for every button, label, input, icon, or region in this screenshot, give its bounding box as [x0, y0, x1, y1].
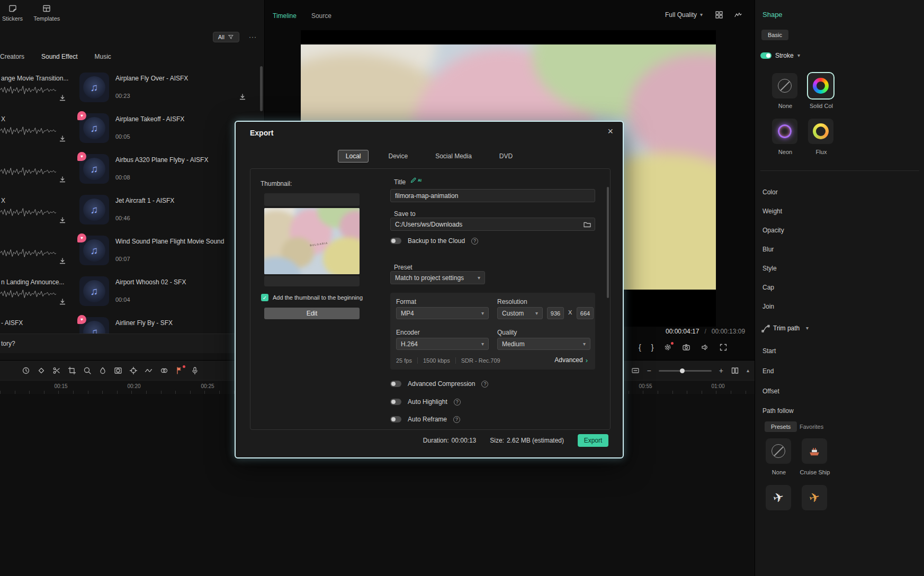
color-droplet-icon[interactable]	[98, 366, 107, 375]
pointer-select-icon[interactable]	[6, 366, 15, 375]
stabilize-icon[interactable]	[145, 366, 153, 375]
ai-pencil-icon[interactable]: AI	[410, 177, 421, 184]
mark-out-icon[interactable]: }	[651, 344, 654, 351]
zoom-slider-handle[interactable]	[680, 368, 685, 373]
sound-item[interactable]: ♥ ♫ Airbus A320 Plane Flyby - AISFX 00:0…	[79, 154, 261, 186]
help-icon[interactable]: ?	[471, 238, 478, 245]
chevron-down-icon[interactable]: ▾	[797, 53, 800, 58]
help-icon[interactable]: ?	[481, 381, 488, 388]
chevron-down-icon[interactable]: ▾	[806, 326, 809, 331]
sound-item[interactable]: ♫ Jet Aircraft 1 - AISFX 00:46	[79, 195, 261, 227]
keyframe-icon[interactable]	[37, 366, 46, 375]
zoom-in-icon[interactable]: +	[719, 367, 723, 374]
quality-select[interactable]: Medium ▾	[497, 338, 590, 350]
backup-cloud-toggle[interactable]	[390, 238, 401, 244]
voiceover-mic-icon[interactable]	[191, 366, 199, 375]
marker-flag-icon[interactable]	[175, 366, 184, 375]
sound-item[interactable]: ♫ Airplane Fly Over - AISFX 00:23	[79, 73, 261, 104]
tab-timeline[interactable]: Timeline	[273, 12, 297, 20]
edit-thumbnail-button[interactable]: Edit	[264, 308, 360, 319]
advanced-compression-toggle[interactable]	[390, 381, 401, 387]
stroke-option-neon[interactable]	[772, 119, 797, 144]
close-icon[interactable]: ×	[607, 126, 613, 137]
tab-social-media[interactable]: Social Media	[427, 150, 480, 163]
dialog-scrollbar[interactable]	[607, 187, 609, 298]
sound-item[interactable]: ♫ Airport Whoosh 02 - SFX 00:04	[79, 276, 261, 308]
resolution-width-input[interactable]	[547, 307, 564, 319]
sound-item[interactable]: ♥ ♫ Wind Sound Plane Flight Movie Sound …	[79, 236, 261, 267]
sound-item-partial[interactable]: n Landing Announce...	[0, 276, 70, 308]
volume-icon[interactable]	[701, 343, 709, 352]
download-icon[interactable]	[58, 175, 67, 184]
render-settings-gear-icon[interactable]	[663, 343, 672, 352]
stroke-toggle[interactable]	[760, 52, 772, 59]
preset-cruise-ship[interactable]	[802, 438, 827, 464]
auto-reframe-toggle[interactable]	[390, 416, 401, 422]
export-title-input[interactable]	[390, 189, 595, 202]
tab-sound-effect[interactable]: Sound Effect	[41, 53, 78, 60]
preset-none[interactable]	[766, 438, 791, 464]
nav-stickers[interactable]: Stickers	[2, 4, 23, 22]
chevron-up-icon[interactable]: ▴	[747, 368, 749, 373]
stroke-option-none[interactable]	[772, 73, 797, 98]
folder-icon[interactable]	[583, 220, 591, 229]
tab-source[interactable]: Source	[311, 12, 331, 20]
tab-dvd[interactable]: DVD	[491, 150, 521, 163]
chroma-key-icon[interactable]	[160, 366, 168, 375]
sound-item-partial[interactable]: ange Movie Transition...	[0, 73, 70, 104]
stroke-option-flux[interactable]	[808, 119, 833, 144]
tab-basic[interactable]: Basic	[761, 30, 788, 40]
more-options-button[interactable]: ···	[249, 33, 257, 41]
zoom-out-icon[interactable]: −	[647, 367, 651, 374]
sound-item[interactable]: ♥ ♫ Airplane Takeoff - AISFX 00:05	[79, 113, 261, 145]
tab-presets[interactable]: Presets	[765, 421, 797, 432]
crop-icon[interactable]	[68, 366, 76, 375]
thumbs-down-icon[interactable]	[41, 339, 49, 348]
download-icon[interactable]	[58, 257, 67, 265]
thumbnail-preview[interactable]: BULGARIA	[264, 193, 360, 286]
tab-device[interactable]: Device	[380, 150, 416, 163]
tab-creators[interactable]: Creators	[0, 53, 24, 60]
auto-highlight-toggle[interactable]	[390, 399, 401, 405]
resolution-height-input[interactable]	[577, 307, 594, 319]
speed-clock-icon[interactable]	[22, 366, 30, 375]
stroke-option-solid-color[interactable]	[808, 73, 833, 98]
filter-all-button[interactable]: All	[213, 32, 239, 42]
quality-select[interactable]: Full Quality ▾	[665, 11, 703, 19]
split-scissors-icon[interactable]	[52, 366, 61, 375]
sound-item-partial[interactable]: X	[0, 195, 70, 227]
encoder-select[interactable]: H.264 ▾	[396, 338, 489, 350]
preset-airplane-white[interactable]: ✈	[766, 485, 791, 510]
sound-item-partial[interactable]	[0, 154, 70, 186]
tab-favorites[interactable]: Favorites	[800, 424, 823, 430]
export-button[interactable]: Export	[578, 434, 608, 447]
layout-grid-icon[interactable]	[715, 11, 723, 19]
preset-select[interactable]: Match to project settings ▾	[390, 271, 485, 284]
media-scrollbar[interactable]	[260, 66, 263, 111]
thumbs-up-icon[interactable]	[24, 339, 32, 348]
help-icon[interactable]: ?	[454, 399, 461, 406]
sound-item-partial[interactable]	[0, 236, 70, 267]
help-icon[interactable]: ?	[453, 416, 460, 423]
nav-templates[interactable]: Templates	[33, 4, 60, 22]
download-icon[interactable]	[58, 298, 67, 306]
format-select[interactable]: MP4 ▾	[396, 307, 489, 319]
fit-timeline-icon[interactable]	[631, 366, 640, 375]
zoom-tool-icon[interactable]	[83, 366, 92, 375]
resolution-select[interactable]: Custom ▾	[497, 307, 543, 319]
tab-local[interactable]: Local	[338, 150, 369, 163]
preset-airplane-color[interactable]: ✈	[802, 485, 827, 510]
tab-music[interactable]: Music	[95, 53, 111, 60]
download-icon[interactable]	[58, 216, 67, 224]
track-layout-icon[interactable]	[731, 366, 739, 375]
sound-item-partial[interactable]: X	[0, 113, 70, 145]
fullscreen-icon[interactable]	[719, 343, 728, 352]
download-icon[interactable]	[238, 93, 247, 101]
download-icon[interactable]	[58, 134, 67, 143]
mark-in-icon[interactable]: {	[639, 344, 641, 351]
mask-icon[interactable]	[114, 366, 122, 375]
snapshot-camera-icon[interactable]	[682, 343, 690, 352]
save-path-input[interactable]	[390, 218, 595, 231]
zoom-slider[interactable]	[659, 370, 712, 372]
scopes-icon[interactable]	[734, 11, 742, 19]
